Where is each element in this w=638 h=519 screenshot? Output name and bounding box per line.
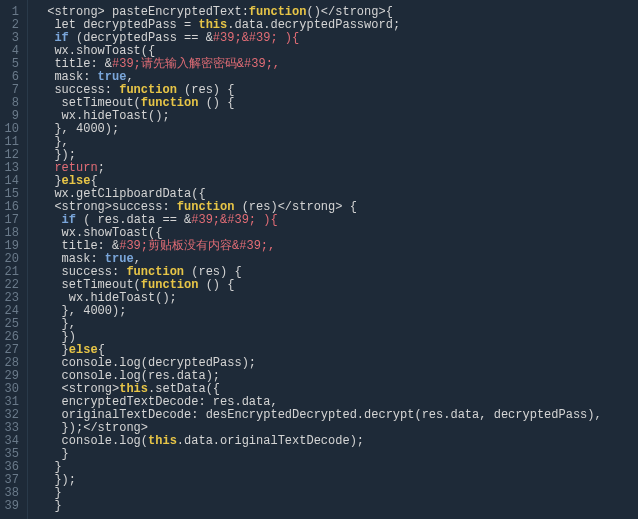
code-token: originalTextDecode: desEncryptedDecrypte… bbox=[40, 408, 602, 422]
code-token: .data.decryptedPassword; bbox=[227, 18, 400, 32]
code-token: function bbox=[177, 200, 235, 214]
code-token bbox=[40, 161, 54, 175]
code-token: (res) { bbox=[177, 83, 235, 97]
code-token: let decryptedPass = bbox=[40, 18, 198, 32]
code-token: <strong> bbox=[40, 382, 119, 396]
code-token: (res)</strong> { bbox=[234, 200, 356, 214]
code-token: function bbox=[141, 96, 199, 110]
code-token: console.log(decryptedPass); bbox=[40, 356, 256, 370]
code-token: wx.showToast({ bbox=[40, 226, 162, 240]
code-token: }); bbox=[40, 148, 76, 162]
code-token: } bbox=[40, 499, 62, 513]
code-token: true bbox=[105, 252, 134, 266]
code-token: this bbox=[119, 382, 148, 396]
code-token: } bbox=[40, 343, 69, 357]
code-token: }) bbox=[40, 330, 76, 344]
code-token: success: bbox=[40, 83, 119, 97]
code-token: function bbox=[249, 5, 307, 19]
code-token: } bbox=[40, 174, 62, 188]
code-token: .data.originalTextDecode); bbox=[177, 434, 364, 448]
code-line: }); bbox=[40, 149, 634, 162]
code-token: <strong> pasteEncryptedText: bbox=[40, 5, 249, 19]
code-token: ( res.data == & bbox=[76, 213, 191, 227]
code-token: (decryptedPass == & bbox=[69, 31, 213, 45]
code-line: wx.hideToast(); bbox=[40, 292, 634, 305]
code-token: }, 4000); bbox=[40, 304, 126, 318]
code-token: function bbox=[119, 83, 177, 97]
code-token: () { bbox=[198, 278, 234, 292]
code-token: else bbox=[62, 174, 91, 188]
code-token: }, bbox=[40, 317, 76, 331]
code-token: console.log( bbox=[40, 434, 148, 448]
code-line: } bbox=[40, 500, 634, 513]
code-line: return; bbox=[40, 162, 634, 175]
code-token: function bbox=[141, 278, 199, 292]
code-token bbox=[40, 213, 62, 227]
code-line: } bbox=[40, 487, 634, 500]
code-token: if bbox=[62, 213, 76, 227]
code-token: mask: bbox=[40, 252, 105, 266]
code-token: () { bbox=[198, 96, 234, 110]
code-token: });</strong> bbox=[40, 421, 148, 435]
code-token: { bbox=[98, 343, 105, 357]
code-token: , bbox=[134, 252, 141, 266]
code-line: } bbox=[40, 461, 634, 474]
code-token: success: bbox=[40, 265, 126, 279]
code-line: wx.hideToast(); bbox=[40, 110, 634, 123]
code-token: wx.showToast({ bbox=[40, 44, 155, 58]
code-token: setTimeout( bbox=[40, 278, 141, 292]
code-line: }, bbox=[40, 136, 634, 149]
code-token: #39;请先输入解密密码&#39;, bbox=[112, 57, 280, 71]
code-token: (res) { bbox=[184, 265, 242, 279]
code-token: wx.hideToast(); bbox=[40, 291, 177, 305]
code-token: wx.getClipboardData({ bbox=[40, 187, 206, 201]
code-token: ; bbox=[98, 161, 105, 175]
code-token: #39;&#39; ){ bbox=[213, 31, 299, 45]
code-token: <strong>success: bbox=[40, 200, 177, 214]
code-token: , bbox=[126, 70, 133, 84]
code-token: { bbox=[90, 174, 97, 188]
code-token: ()</strong>{ bbox=[306, 5, 392, 19]
code-token: else bbox=[69, 343, 98, 357]
code-token: } bbox=[40, 460, 62, 474]
code-line: } bbox=[40, 448, 634, 461]
code-token: }, bbox=[40, 135, 69, 149]
code-token: encryptedTextDecode: res.data, bbox=[40, 395, 278, 409]
code-token: console.log(res.data); bbox=[40, 369, 220, 383]
code-token: #39;&#39; ){ bbox=[191, 213, 277, 227]
line-number: 39 bbox=[4, 500, 19, 513]
code-token: }, 4000); bbox=[40, 122, 119, 136]
code-token: } bbox=[40, 447, 69, 461]
code-token: function bbox=[126, 265, 184, 279]
code-editor: 1234567891011121314151617181920212223242… bbox=[0, 0, 638, 519]
code-token: this bbox=[148, 434, 177, 448]
code-token: #39;剪贴板没有内容&#39;, bbox=[119, 239, 275, 253]
line-number-gutter: 1234567891011121314151617181920212223242… bbox=[0, 0, 28, 519]
code-token: } bbox=[40, 486, 62, 500]
code-token: this bbox=[198, 18, 227, 32]
code-token: wx.hideToast(); bbox=[40, 109, 170, 123]
code-token: true bbox=[98, 70, 127, 84]
code-token: .setData({ bbox=[148, 382, 220, 396]
code-line: }); bbox=[40, 474, 634, 487]
code-content: <strong> pasteEncryptedText:function()</… bbox=[28, 0, 638, 519]
code-token: title: & bbox=[40, 239, 119, 253]
code-token: title: & bbox=[40, 57, 112, 71]
code-line: }, 4000); bbox=[40, 305, 634, 318]
code-line: console.log(this.data.originalTextDecode… bbox=[40, 435, 634, 448]
code-token: return bbox=[54, 161, 97, 175]
code-token: }); bbox=[40, 473, 76, 487]
code-token: setTimeout( bbox=[40, 96, 141, 110]
code-token: if bbox=[54, 31, 68, 45]
code-token bbox=[40, 31, 54, 45]
code-line: }) bbox=[40, 331, 634, 344]
code-token: mask: bbox=[40, 70, 98, 84]
code-line: }, bbox=[40, 318, 634, 331]
code-line: }, 4000); bbox=[40, 123, 634, 136]
